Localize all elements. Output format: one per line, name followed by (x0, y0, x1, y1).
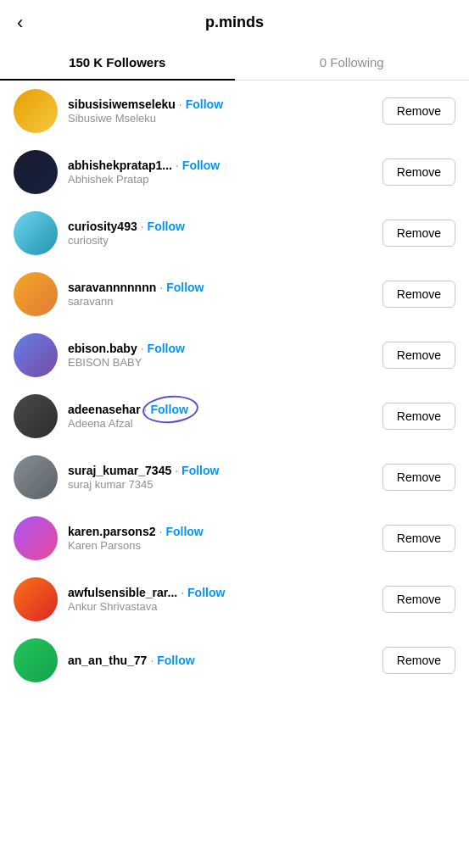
separator-dot: · (141, 342, 144, 355)
user-info: curiosity493·Followcuriosity (68, 220, 376, 247)
separator-dot: · (176, 159, 179, 172)
display-name: Ankur Shrivastava (68, 600, 376, 613)
username-text: saravannnnnnn (68, 281, 156, 294)
username-text: suraj_kumar_7345 (68, 464, 171, 477)
avatar (14, 272, 58, 316)
follow-button[interactable]: Follow (148, 342, 185, 355)
display-name: Adeena Afzal (68, 417, 376, 430)
follow-button[interactable]: Follow (181, 464, 219, 477)
username-text: an_an_thu_77 (68, 654, 147, 667)
username-text: awfulsensible_rar... (68, 586, 177, 599)
remove-button[interactable]: Remove (382, 342, 455, 369)
username-row: karen.parsons2·Follow (68, 525, 376, 538)
avatar (14, 516, 58, 560)
page-title: p.minds (205, 14, 264, 31)
avatar (14, 333, 58, 377)
follow-button[interactable]: Follow (151, 403, 188, 416)
user-info: abhishekpratap1...·FollowAbhishek Pratap (68, 159, 376, 186)
list-item: adeenasehar·FollowAdeena AfzalRemove (0, 386, 469, 447)
avatar (14, 89, 58, 133)
display-name: Karen Parsons (68, 539, 376, 552)
display-name: Sibusiwe Mseleku (68, 112, 376, 125)
user-info: sibusisiwemseleku·FollowSibusiwe Mseleku (68, 97, 376, 125)
username-row: suraj_kumar_7345·Follow (68, 464, 376, 477)
display-name: EBISON BABY (68, 356, 376, 369)
remove-button[interactable]: Remove (382, 97, 455, 125)
tabs: 150 K Followers 0 Following (0, 45, 469, 81)
user-info: an_an_thu_77·Follow (68, 654, 376, 667)
tab-followers[interactable]: 150 K Followers (0, 45, 235, 80)
remove-button[interactable]: Remove (382, 464, 455, 491)
user-info: adeenasehar·FollowAdeena Afzal (68, 403, 376, 430)
username-row: abhishekpratap1...·Follow (68, 159, 376, 172)
username-row: curiosity493·Follow (68, 220, 376, 233)
remove-button[interactable]: Remove (382, 281, 455, 308)
list-item: saravannnnnnn·FollowsaravannRemove (0, 264, 469, 325)
avatar (14, 638, 58, 682)
follow-button[interactable]: Follow (182, 159, 220, 172)
user-info: ebison.baby·FollowEBISON BABY (68, 342, 376, 369)
follow-button[interactable]: Follow (166, 281, 204, 294)
remove-button[interactable]: Remove (382, 647, 455, 674)
username-row: sibusisiwemseleku·Follow (68, 97, 376, 111)
follow-button[interactable]: Follow (187, 586, 225, 599)
list-item: abhishekpratap1...·FollowAbhishek Pratap… (0, 142, 469, 203)
separator-dot: · (159, 281, 163, 294)
username-text: curiosity493 (68, 220, 137, 233)
follow-button[interactable]: Follow (157, 654, 194, 667)
username-text: karen.parsons2 (68, 525, 156, 538)
separator-dot: · (141, 220, 144, 233)
followers-list: sibusisiwemseleku·FollowSibusiwe Mseleku… (0, 81, 469, 691)
user-info: saravannnnnnn·Followsaravann (68, 281, 376, 308)
username-text: adeenasehar (68, 403, 141, 416)
display-name: suraj kumar 7345 (68, 478, 376, 491)
separator-dot: · (175, 464, 178, 477)
remove-button[interactable]: Remove (382, 220, 455, 247)
follow-button[interactable]: Follow (165, 525, 203, 538)
username-row: an_an_thu_77·Follow (68, 654, 376, 667)
separator-dot: · (179, 97, 182, 111)
remove-button[interactable]: Remove (382, 525, 455, 552)
list-item: awfulsensible_rar...·FollowAnkur Shrivas… (0, 569, 469, 630)
avatar (14, 394, 58, 438)
separator-dot: · (144, 403, 148, 416)
avatar (14, 577, 58, 621)
display-name: Abhishek Pratap (68, 173, 376, 186)
remove-button[interactable]: Remove (382, 403, 455, 430)
username-text: abhishekpratap1... (68, 159, 172, 172)
tab-following[interactable]: 0 Following (235, 45, 470, 80)
list-item: an_an_thu_77·FollowRemove (0, 630, 469, 691)
separator-dot: · (181, 586, 184, 599)
username-text: sibusisiwemseleku (68, 97, 176, 111)
avatar (14, 150, 58, 194)
username-row: saravannnnnnn·Follow (68, 281, 376, 294)
avatar (14, 211, 58, 255)
display-name: curiosity (68, 234, 376, 247)
display-name: saravann (68, 295, 376, 308)
avatar (14, 455, 58, 499)
separator-dot: · (150, 654, 154, 667)
remove-button[interactable]: Remove (382, 159, 455, 186)
list-item: karen.parsons2·FollowKaren ParsonsRemove (0, 508, 469, 569)
list-item: suraj_kumar_7345·Followsuraj kumar 7345R… (0, 447, 469, 508)
list-item: curiosity493·FollowcuriosityRemove (0, 203, 469, 264)
remove-button[interactable]: Remove (382, 586, 455, 613)
user-info: awfulsensible_rar...·FollowAnkur Shrivas… (68, 586, 376, 613)
username-row: awfulsensible_rar...·Follow (68, 586, 376, 599)
follow-button[interactable]: Follow (148, 220, 185, 233)
username-row: adeenasehar·Follow (68, 403, 376, 416)
header: ‹ p.minds (0, 0, 469, 45)
user-info: karen.parsons2·FollowKaren Parsons (68, 525, 376, 552)
username-row: ebison.baby·Follow (68, 342, 376, 355)
user-info: suraj_kumar_7345·Followsuraj kumar 7345 (68, 464, 376, 491)
separator-dot: · (159, 525, 163, 538)
username-text: ebison.baby (68, 342, 137, 355)
list-item: sibusisiwemseleku·FollowSibusiwe Mseleku… (0, 81, 469, 142)
back-button[interactable]: ‹ (17, 12, 23, 34)
list-item: ebison.baby·FollowEBISON BABYRemove (0, 325, 469, 386)
follow-button[interactable]: Follow (186, 97, 223, 111)
